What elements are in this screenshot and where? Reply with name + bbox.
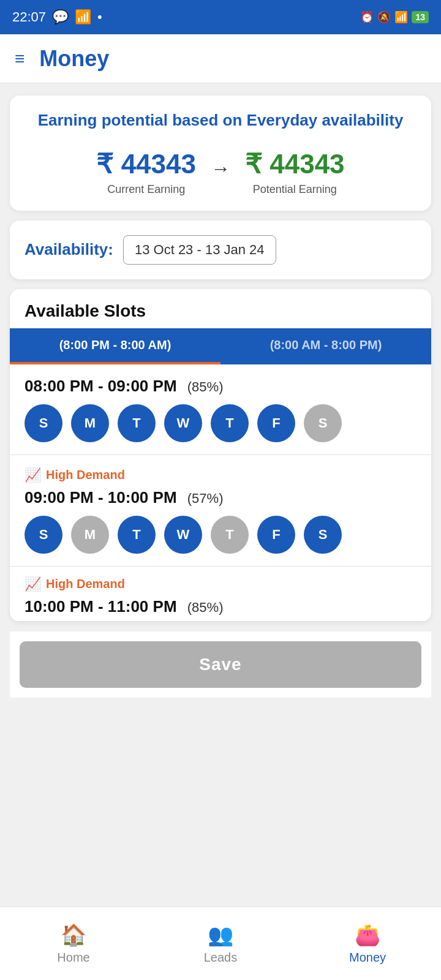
slot-time-1: 08:00 PM - 09:00 PM (85%) (24, 377, 417, 396)
slot-percent-3: (85%) (187, 600, 224, 615)
day-W-2[interactable]: W (164, 516, 202, 554)
slot-percent-1: (85%) (187, 379, 224, 394)
dot-icon: • (97, 9, 102, 25)
status-bar: 22:07 💬 📶 • ⏰ 🔕 📶 13 (0, 0, 441, 34)
day-F-1[interactable]: F (257, 404, 295, 442)
day-W-1[interactable]: W (164, 404, 202, 442)
main-content: Earning potential based on Everyday avai… (0, 83, 441, 710)
high-demand-3: 📈 High Demand (24, 576, 417, 592)
day-M-2[interactable]: M (71, 516, 109, 554)
status-time: 22:07 💬 📶 • (12, 9, 102, 25)
slot-time-3: 10:00 PM - 11:00 PM (85%) (24, 597, 417, 616)
nav-home-label: Home (57, 951, 89, 965)
money-icon: 👛 (355, 922, 380, 947)
alarm-icon: ⏰ (360, 10, 374, 24)
availability-date[interactable]: 13 Oct 23 - 13 Jan 24 (123, 235, 276, 265)
day-T2-2[interactable]: T (211, 516, 249, 554)
earning-card-title: Earning potential based on Everyday avai… (24, 110, 417, 131)
potential-label: Potential Earning (245, 183, 345, 196)
day-F-2[interactable]: F (257, 516, 295, 554)
slots-card: Available Slots (8:00 PM - 8:00 AM) (8:0… (10, 289, 431, 622)
day-S-1[interactable]: S (24, 404, 62, 442)
trend-icon-3: 📈 (24, 576, 41, 592)
availability-label: Availability: (24, 240, 113, 259)
slots-title: Available Slots (10, 289, 431, 328)
day-T-2[interactable]: T (118, 516, 156, 554)
signal-icon: 📶 (394, 10, 408, 24)
page-title: Money (39, 46, 109, 72)
day-S2-2[interactable]: S (304, 516, 342, 554)
wifi-icon: 📶 (75, 9, 91, 25)
tab-night[interactable]: (8:00 PM - 8:00 AM) (10, 328, 221, 364)
slot-item-3: 📈 High Demand 10:00 PM - 11:00 PM (85%) (10, 567, 431, 622)
nav-home[interactable]: 🏠 Home (0, 907, 147, 980)
day-circles-1: S M T W T F S (24, 404, 417, 442)
save-button[interactable]: Save (20, 641, 421, 688)
leads-icon: 👥 (208, 922, 233, 947)
save-button-container: Save (10, 631, 431, 698)
slot-time-2: 09:00 PM - 10:00 PM (57%) (24, 488, 417, 507)
day-S-2[interactable]: S (24, 516, 62, 554)
current-amount: ₹ 44343 (96, 148, 196, 179)
day-S2-1[interactable]: S (304, 404, 342, 442)
availability-card: Availability: 13 Oct 23 - 13 Jan 24 (10, 221, 431, 279)
nav-money[interactable]: 👛 Money (294, 907, 441, 980)
earning-values: ₹ 44343 Current Earning → ₹ 44343 Potent… (24, 148, 417, 196)
nav-leads[interactable]: 👥 Leads (147, 907, 294, 980)
tab-day[interactable]: (8:00 AM - 8:00 PM) (221, 328, 431, 364)
day-T2-1[interactable]: T (211, 404, 249, 442)
current-label: Current Earning (96, 183, 196, 196)
home-icon: 🏠 (61, 922, 86, 947)
slot-percent-2: (57%) (187, 491, 224, 506)
menu-button[interactable]: ≡ (15, 49, 24, 69)
day-circles-2: S M T W T F S (24, 516, 417, 554)
bottom-nav: 🏠 Home 👥 Leads 👛 Money (0, 907, 441, 980)
time-display: 22:07 (12, 9, 46, 25)
slot-item-1: 08:00 PM - 09:00 PM (85%) S M T W T F S (10, 364, 431, 455)
mute-icon: 🔕 (377, 10, 391, 24)
current-earning: ₹ 44343 Current Earning (96, 148, 196, 196)
app-header: ≡ Money (0, 34, 441, 83)
slot-item-2: 📈 High Demand 09:00 PM - 10:00 PM (57%) … (10, 455, 431, 567)
battery-badge: 13 (412, 11, 429, 23)
potential-earning: ₹ 44343 Potential Earning (245, 148, 345, 196)
trend-icon-2: 📈 (24, 467, 41, 483)
nav-leads-label: Leads (204, 951, 238, 965)
whatsapp-icon: 💬 (52, 9, 69, 25)
earning-card: Earning potential based on Everyday avai… (10, 96, 431, 211)
status-icons: ⏰ 🔕 📶 13 (360, 10, 429, 24)
day-T-1[interactable]: T (118, 404, 156, 442)
slot-tabs: (8:00 PM - 8:00 AM) (8:00 AM - 8:00 PM) (10, 328, 431, 364)
arrow-icon: → (211, 157, 230, 180)
day-M-1[interactable]: M (71, 404, 109, 442)
high-demand-2: 📈 High Demand (24, 467, 417, 483)
potential-amount: ₹ 44343 (245, 148, 345, 179)
nav-money-label: Money (349, 951, 386, 965)
